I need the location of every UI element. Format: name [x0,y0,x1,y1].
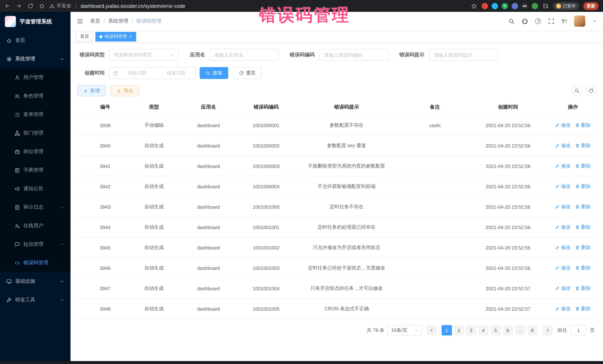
url-bar[interactable]: dashboard.yudao.iocoder.cn/system/error-… [81,3,466,9]
download-icon [116,88,121,93]
sidebar-item-role[interactable]: 角色管理 [0,87,70,105]
sidebar-item-post[interactable]: 岗位管理 [0,142,70,161]
extension-red-icon[interactable] [481,3,488,9]
bookmark-star-icon[interactable] [471,3,477,9]
edit-link[interactable]: 修改 [555,183,571,190]
edit-link[interactable]: 修改 [555,203,571,210]
edit-link[interactable]: 修改 [555,122,571,129]
sidebar-item-dept[interactable]: 部门管理 [0,124,70,142]
page-button-8[interactable]: 8 [527,325,537,335]
error-hint-input[interactable] [429,49,498,61]
breadcrumb-separator: / [104,18,105,24]
edit-icon [555,286,560,291]
extension-blue-icon[interactable] [511,3,518,9]
extension-leaf-icon[interactable] [532,3,538,9]
reset-button[interactable]: 重置 [233,67,262,79]
page-size-select[interactable]: 10条/页 [387,325,422,335]
tab-home[interactable]: 首页 [76,32,93,41]
sidebar-item-menu[interactable]: 菜单管理 [0,105,70,124]
page-button-6[interactable]: 6 [503,325,513,335]
sidebar-item-notice[interactable]: 通知公告 [0,179,70,198]
toggle-search-button[interactable] [572,86,582,96]
goto-page-input[interactable] [571,325,586,335]
reload-icon[interactable] [27,3,33,9]
edit-link[interactable]: 修改 [555,265,571,271]
date-range-picker[interactable]: 开始日期 - 结束日期 [109,67,196,79]
delete-link[interactable]: 删除 [575,203,591,210]
calendar-icon [113,71,118,76]
add-button[interactable]: 新增 [77,85,106,96]
delete-link[interactable]: 删除 [575,285,591,292]
page-ellipsis[interactable]: ... [515,325,525,335]
edit-link[interactable]: 修改 [555,224,571,231]
delete-link[interactable]: 删除 [575,183,591,190]
app-logo[interactable]: 芋道管理系统 [0,12,70,31]
font-size-icon[interactable]: TT [562,18,567,24]
paused-badge[interactable]: 已暂停 [553,2,579,10]
cell-msg: 不能删除类型为系统内置的参数配置 [290,156,403,176]
prev-page-button[interactable] [426,325,437,335]
github-icon[interactable] [522,18,528,24]
search-icon[interactable] [509,18,515,24]
delete-link[interactable]: 删除 [575,305,591,312]
avatar-caret-icon[interactable] [592,19,597,23]
search-button[interactable]: 搜索 [200,67,228,79]
cell-code: 1001000003 [242,156,290,176]
page-button-1[interactable]: 1 [441,325,452,335]
delete-link[interactable]: 删除 [575,163,591,169]
tab-error-code[interactable]: 错误码管理× [95,32,136,41]
extensions-puzzle-icon[interactable] [542,3,548,9]
sidebar-item-error-code[interactable]: 错误码管理 [0,254,70,272]
error-code-input[interactable] [319,49,388,61]
sidebar-item-label: 首页 [15,37,64,44]
breadcrumb-item[interactable]: 首页 [90,18,100,24]
extension-green-v-icon[interactable]: V [501,3,508,9]
browser-home-icon[interactable] [39,3,45,9]
collapse-sidebar-icon[interactable] [77,18,83,24]
edit-link[interactable]: 修改 [555,142,571,149]
cell-remark [403,298,466,319]
sidebar-item-dev-tools[interactable]: 研发工具 [0,291,70,309]
next-page-button[interactable] [542,325,553,335]
back-icon[interactable] [4,3,10,9]
user-avatar[interactable] [574,16,585,27]
fullscreen-icon[interactable] [548,18,555,24]
extension-teal-icon[interactable] [491,3,498,9]
sidebar-item-online-user[interactable]: 在线用户 [0,217,70,235]
sidebar-item-sms[interactable]: 短信管理 [0,235,70,254]
sidebar-item-infra[interactable]: 基础设施 [0,272,70,291]
breadcrumb-item[interactable]: 系统管理 [108,18,128,24]
page-button-2[interactable]: 2 [454,325,464,335]
edit-link[interactable]: 修改 [555,244,571,251]
help-icon[interactable]: ? [535,18,541,24]
page-button-3[interactable]: 3 [466,325,476,335]
book-icon [14,167,20,173]
delete-link[interactable]: 删除 [575,142,591,149]
megaphone-icon [14,186,20,191]
app-name-label: 应用名 [190,52,209,58]
update-button[interactable]: 更新 [583,2,599,10]
security-indicator[interactable]: 不安全 [49,3,71,9]
sidebar-item-system[interactable]: 系统管理 [0,50,70,68]
sidebar-item-user[interactable]: 用户管理 [0,68,70,87]
sidebar-item-home[interactable]: 首页 [0,31,70,50]
sidebar-item-dict[interactable]: 字典管理 [0,161,70,179]
app-name-input[interactable] [209,49,278,61]
export-button[interactable]: 导出 [111,85,139,96]
error-type-select[interactable]: 请选择错误码类型 [109,49,179,61]
delete-link[interactable]: 删除 [575,244,591,251]
tab-close-icon[interactable]: × [129,34,132,39]
forward-icon[interactable] [16,3,22,9]
refresh-table-button[interactable] [586,86,596,96]
edit-link[interactable]: 修改 [555,163,571,169]
extension-on-icon[interactable]: on [522,3,528,9]
edit-link[interactable]: 修改 [555,305,571,312]
edit-link[interactable]: 修改 [555,285,571,292]
delete-link[interactable]: 删除 [575,122,591,129]
page-button-4[interactable]: 4 [478,325,488,335]
delete-link[interactable]: 删除 [575,224,591,231]
sidebar-item-audit-log[interactable]: 审计日志 [0,198,70,217]
page-button-5[interactable]: 5 [490,325,501,335]
delete-link[interactable]: 删除 [575,265,591,271]
cell-id: 3941 [77,156,133,176]
